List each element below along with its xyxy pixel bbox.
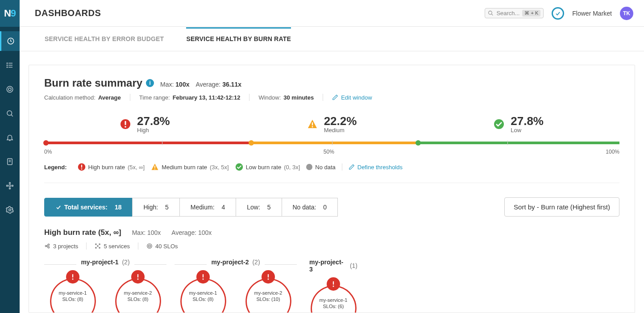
svg-point-48 [72,278,74,280]
sidebar-item-reports[interactable] [0,152,20,171]
service-card[interactable]: my-service-1 SLOs: (8) [44,270,101,313]
group-title: High burn rate (5x, ∞] [44,228,121,237]
gear-icon [6,206,14,214]
service-card[interactable]: my-service-2 SLOs: (8) [109,270,166,313]
svg-point-27 [494,119,504,129]
projects-icon [44,243,50,249]
svg-line-12 [11,115,13,117]
svg-point-0 [489,11,492,15]
window: Window:30 minutes [258,94,314,101]
filter-nodata[interactable]: No data: 0 [282,198,338,217]
service-card[interactable]: my-service-2 SLOs: (10) [240,270,297,313]
service-card[interactable]: my-service-1 SLOs: (8) [175,270,232,313]
dist-low: 27.8%Low [403,114,619,134]
high-icon [262,270,275,284]
sidebar-item-list[interactable] [0,55,20,75]
services-count: 5 services [95,243,130,250]
svg-point-57 [268,278,269,280]
info-icon[interactable]: i [146,79,154,87]
sidebar-item-alerts[interactable] [0,128,20,147]
service-card[interactable]: my-service-1 SLOs: (6) [305,277,362,313]
svg-point-35 [48,244,50,246]
sidebar-item-integrations[interactable] [0,176,20,196]
service-slos: SLOs: (8) [47,296,99,302]
svg-point-30 [81,168,82,170]
svg-point-41 [99,244,100,245]
service-name: my-service-1 [308,297,359,303]
filter-low[interactable]: Low: 5 [236,198,282,217]
page-title: DASHBOARDS [35,8,101,18]
bell-icon [6,134,14,142]
integration-icon [6,182,14,190]
svg-point-32 [154,168,155,169]
status-icon[interactable] [552,7,564,20]
tab-burn-rate[interactable]: SERVICE HEALTH BY BURN RATE [186,27,291,50]
tab-error-budget[interactable]: SERVICE HEALTH BY ERROR BUDGET [45,27,164,50]
logo[interactable]: N9 [0,0,20,27]
summary-avg: Average: 36.11x [195,81,241,88]
svg-line-1 [492,14,493,15]
svg-point-42 [96,247,96,248]
avatar[interactable]: TK [620,7,633,20]
org-name[interactable]: Flower Market [572,10,612,17]
dist-high: 27.8%High [44,114,261,134]
svg-point-39 [97,246,98,246]
sidebar-item-dashboards[interactable] [0,31,20,51]
high-icon [196,270,210,284]
dashboard-icon [7,37,15,45]
service-name: my-service-2 [243,290,294,296]
high-icon [327,277,340,291]
project-header[interactable]: my-project-3(1) [309,259,357,273]
dist-medium: 22.2%Medium [261,114,402,134]
svg-rect-59 [333,281,334,285]
slo-icon [146,243,153,249]
edit-window-button[interactable]: Edit window [332,94,372,101]
check-icon [55,204,62,210]
service-slos: SLOs: (8) [112,296,164,302]
high-icon [120,119,131,129]
project-header[interactable]: my-project-1(2) [81,259,129,266]
svg-point-60 [333,285,334,287]
low-icon [494,119,504,129]
filter-medium[interactable]: Medium: 4 [179,198,236,217]
service-name: my-service-1 [47,290,99,296]
svg-point-51 [137,278,139,280]
legend-nodata: No data [306,164,336,171]
svg-rect-56 [268,274,269,278]
explore-icon [6,109,14,117]
svg-point-18 [9,188,11,189]
logo-n: N [4,8,11,19]
svg-point-6 [7,63,8,64]
service-slos: SLOs: (10) [243,296,294,302]
project-header[interactable]: my-project-2(2) [211,259,260,266]
medium-icon [307,119,318,129]
project-group: my-project-1(2) my-service-1 SLOs: (8) [44,259,166,313]
sidebar-item-settings[interactable] [0,200,20,220]
svg-point-40 [96,244,96,245]
sidebar-item-explore[interactable] [0,104,20,123]
svg-rect-50 [137,274,138,278]
summary-title: Burn rate summary i [44,77,154,89]
svg-rect-25 [312,122,312,125]
sidebar-item-slo[interactable] [0,79,20,99]
svg-point-9 [7,86,13,92]
search-input[interactable]: Search... ⌘ + K [485,8,544,18]
svg-point-10 [8,88,11,91]
svg-rect-23 [125,121,126,125]
filter-high[interactable]: High: 5 [132,198,179,217]
pencil-icon [349,164,355,170]
group-avg: Average: 100x [171,229,212,236]
time-range: Time range:February 13, 11:42-12:12 [139,94,241,101]
logo-nine: 9 [11,8,16,19]
svg-rect-31 [154,166,155,168]
calc-method: Calculation method:Average [44,94,121,101]
svg-point-36 [48,246,50,248]
svg-point-54 [203,278,204,280]
sidebar [0,27,20,313]
slos-count: 40 SLOs [146,243,178,250]
service-slos: SLOs: (6) [308,304,359,309]
sort-button[interactable]: Sort by - Burn rate (Highest first) [504,197,619,217]
filter-total[interactable]: Total services: 18 [44,198,133,217]
svg-point-11 [7,111,12,116]
define-thresholds-button[interactable]: Define thresholds [349,164,403,171]
